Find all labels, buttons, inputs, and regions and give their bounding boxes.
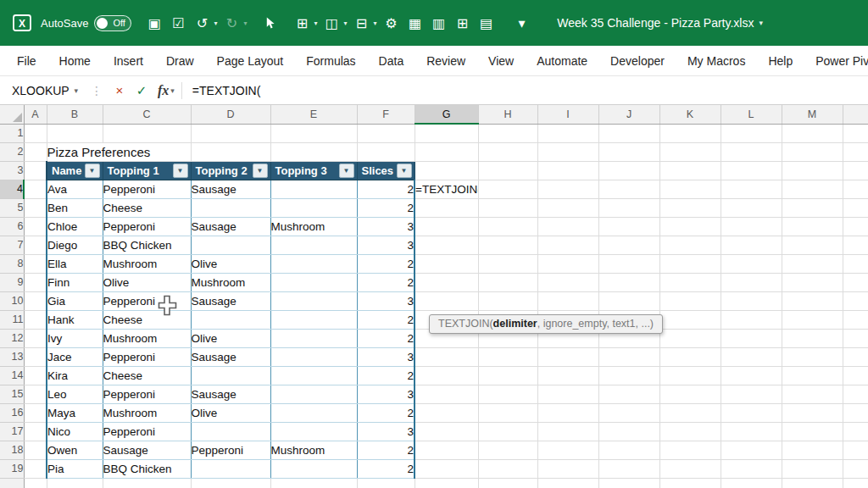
cell[interactable]: Jace (47, 347, 103, 366)
cell[interactable] (415, 198, 478, 217)
cell[interactable] (782, 366, 843, 385)
cell[interactable] (598, 385, 659, 403)
cell[interactable] (782, 217, 843, 236)
cell[interactable] (24, 403, 47, 422)
cell[interactable] (598, 124, 659, 142)
cell[interactable] (24, 198, 47, 217)
cell[interactable] (659, 441, 721, 459)
cell[interactable]: 3 (357, 291, 415, 310)
cell[interactable] (270, 459, 357, 478)
cell[interactable] (659, 161, 721, 180)
cell[interactable] (270, 422, 357, 441)
row-header[interactable]: 1 (0, 124, 24, 142)
cell[interactable] (478, 385, 537, 403)
row-header[interactable]: 8 (0, 254, 24, 273)
cell[interactable]: Chloe (47, 217, 103, 236)
cell[interactable] (721, 329, 782, 347)
column-header[interactable]: F (357, 105, 415, 124)
cell[interactable] (659, 291, 721, 310)
cell[interactable] (721, 142, 782, 161)
cell[interactable] (659, 310, 721, 329)
cell[interactable]: 2 (357, 329, 415, 347)
undo-chevron-icon[interactable]: ▾ (214, 19, 217, 27)
filter-button[interactable]: ▼ (253, 164, 268, 178)
table-header-cell[interactable]: Slices▼ (357, 161, 415, 180)
row-header[interactable]: 12 (0, 329, 24, 347)
cell[interactable] (191, 198, 270, 217)
cell[interactable] (24, 329, 47, 347)
select-all-corner[interactable] (0, 105, 24, 124)
cell[interactable]: Olive (103, 273, 191, 291)
cell[interactable] (659, 180, 721, 198)
cell[interactable] (478, 347, 537, 366)
filter-button[interactable]: ▼ (397, 164, 412, 178)
cell[interactable] (782, 441, 843, 459)
cell[interactable] (537, 161, 598, 180)
fill-chevron-icon[interactable]: ▾ (373, 19, 376, 27)
cell[interactable] (415, 366, 478, 385)
row-header[interactable]: 14 (0, 366, 24, 385)
cell[interactable]: Cheese (103, 366, 191, 385)
cell[interactable] (537, 291, 598, 310)
document-title[interactable]: Week 35 Challenge - Pizza Party.xlsx ▾ (557, 16, 856, 30)
cell[interactable] (537, 366, 598, 385)
cell[interactable]: Gia (47, 291, 103, 310)
cell[interactable] (270, 403, 357, 422)
column-header[interactable]: L (721, 105, 782, 124)
settings-gear-icon[interactable]: ⚙ (381, 13, 400, 33)
cell[interactable] (270, 478, 357, 488)
cell[interactable] (843, 366, 868, 385)
tab-power-pivot[interactable]: Power Pivot (815, 54, 868, 68)
cell[interactable] (357, 124, 415, 142)
tab-insert[interactable]: Insert (114, 54, 143, 68)
cell[interactable] (24, 217, 47, 236)
cell[interactable] (598, 366, 659, 385)
cell[interactable] (782, 124, 843, 142)
cell[interactable]: 2 (357, 180, 415, 198)
cell[interactable] (47, 478, 103, 488)
cell[interactable] (270, 236, 357, 254)
cell[interactable] (478, 478, 537, 488)
cell[interactable] (537, 198, 598, 217)
cell[interactable] (782, 459, 843, 478)
sheet-title-cell[interactable]: Pizza Preferences (47, 142, 191, 161)
cell[interactable] (843, 273, 868, 291)
cell[interactable] (24, 347, 47, 366)
row-header[interactable]: 9 (0, 273, 24, 291)
cell[interactable]: Hank (47, 310, 103, 329)
cell[interactable] (24, 124, 47, 142)
column-header[interactable]: I (537, 105, 598, 124)
cell[interactable]: 2 (357, 198, 415, 217)
cell[interactable] (782, 180, 843, 198)
cell[interactable]: Kira (47, 366, 103, 385)
cell[interactable] (537, 236, 598, 254)
cell[interactable] (782, 254, 843, 273)
cell[interactable] (721, 441, 782, 459)
cell[interactable] (24, 441, 47, 459)
cell[interactable] (843, 198, 868, 217)
cell[interactable]: BBQ Chicken (103, 236, 191, 254)
cell[interactable] (478, 142, 537, 161)
row-header[interactable]: 15 (0, 385, 24, 403)
tab-developer[interactable]: Developer (610, 54, 665, 68)
fill-range-icon[interactable]: ⊟ (352, 13, 370, 33)
cell[interactable] (537, 180, 598, 198)
cell[interactable]: Nico (47, 422, 103, 441)
cancel-button[interactable]: × (108, 83, 131, 97)
cell[interactable] (782, 310, 843, 329)
cell[interactable] (843, 329, 868, 347)
cell[interactable]: 3 (357, 217, 415, 236)
column-header[interactable]: J (598, 105, 659, 124)
cell[interactable] (598, 254, 659, 273)
cell[interactable] (721, 124, 782, 142)
cell[interactable]: Sausage (191, 217, 270, 236)
tab-my-macros[interactable]: My Macros (687, 54, 745, 68)
cell[interactable] (659, 217, 721, 236)
cell[interactable] (270, 291, 357, 310)
cell[interactable] (24, 385, 47, 403)
cell[interactable] (357, 478, 415, 488)
cell[interactable] (24, 142, 47, 161)
row-header[interactable]: 16 (0, 403, 24, 422)
cell[interactable] (721, 347, 782, 366)
cell[interactable]: Ben (47, 198, 103, 217)
